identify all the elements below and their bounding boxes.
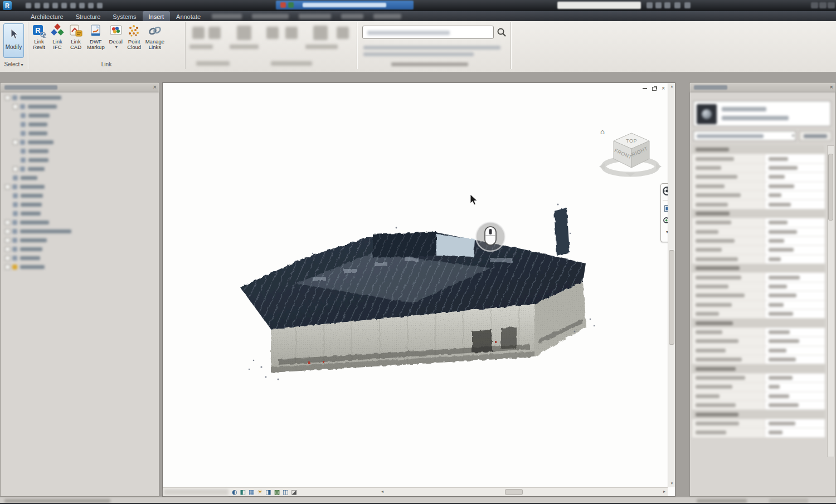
tree-item[interactable] (1, 182, 159, 191)
tree-item[interactable] (1, 218, 159, 227)
close-icon[interactable]: × (830, 84, 833, 90)
tree-item[interactable] (1, 209, 159, 218)
property-value-blurred[interactable] (769, 376, 793, 380)
property-row[interactable] (692, 273, 825, 282)
property-row[interactable] (692, 419, 825, 428)
property-row[interactable] (692, 173, 825, 182)
status-filter-blurred[interactable] (697, 499, 747, 503)
qat-icon[interactable] (26, 3, 31, 8)
maximize-window-button[interactable] (819, 2, 827, 8)
tree-item[interactable] (1, 200, 159, 209)
property-value-blurred[interactable] (769, 385, 780, 389)
infocenter-icon[interactable] (655, 2, 662, 8)
view-close-icon[interactable]: × (662, 86, 665, 91)
blurred-ribbon-icon[interactable] (285, 27, 298, 39)
view-control-icon[interactable]: ◪ (291, 488, 297, 497)
project-browser-header[interactable] (1, 83, 159, 92)
property-value-blurred[interactable] (769, 422, 795, 425)
close-window-button[interactable] (828, 2, 835, 8)
viewcube-top-label[interactable]: TOP (626, 138, 637, 144)
tree-expander-icon[interactable] (13, 104, 18, 109)
manage-links-button[interactable]: ManageLinks (144, 22, 166, 59)
view-scale-control-blurred[interactable] (164, 489, 229, 495)
link-revit-button[interactable]: R LinkRevit (31, 22, 47, 59)
blurred-ribbon-icon[interactable] (337, 27, 349, 39)
ribbon-tab-annotate[interactable]: Annotate (170, 11, 207, 21)
property-value-blurred[interactable] (769, 239, 784, 243)
view-selector-dropdown[interactable]: ▾ (693, 131, 796, 141)
blurred-ribbon-icon[interactable] (313, 26, 328, 40)
scrollbar-thumb[interactable] (669, 250, 674, 345)
select-panel-label[interactable]: Select▾ (0, 60, 27, 69)
property-value-blurred[interactable] (769, 230, 797, 234)
infocenter-search-input[interactable] (557, 2, 641, 9)
property-value-blurred[interactable] (769, 403, 799, 407)
seek-search-input[interactable] (362, 26, 494, 39)
property-row[interactable] (692, 282, 825, 291)
property-row[interactable] (692, 291, 825, 300)
property-value-blurred[interactable] (769, 175, 785, 179)
view-control-icon[interactable]: ▦ (249, 488, 254, 497)
tree-expander-icon[interactable] (5, 229, 10, 234)
link-ifc-button[interactable]: LinkIFC (49, 22, 66, 59)
tree-item[interactable] (1, 253, 159, 262)
property-value-blurred[interactable] (769, 276, 800, 280)
tree-expander-icon[interactable] (5, 220, 10, 225)
property-value-blurred[interactable] (769, 293, 796, 297)
tree-item[interactable] (1, 191, 159, 200)
property-value-blurred[interactable] (769, 303, 784, 307)
ribbon-tab-structure[interactable]: Structure (70, 11, 107, 21)
tree-item[interactable] (1, 164, 159, 173)
revit-app-logo[interactable]: R (3, 1, 12, 10)
tree-item[interactable] (1, 120, 159, 129)
type-selector[interactable] (693, 101, 831, 126)
blurred-ribbon-icon[interactable] (192, 27, 205, 39)
property-row[interactable] (692, 355, 825, 364)
property-row[interactable] (692, 428, 825, 437)
minimize-window-button[interactable] (811, 2, 818, 8)
ribbon-tab-blurred[interactable] (252, 14, 289, 19)
property-row[interactable] (692, 237, 825, 246)
tree-item[interactable] (1, 146, 159, 155)
property-value-blurred[interactable] (769, 358, 796, 361)
property-value-blurred[interactable] (769, 312, 793, 316)
tree-expander-icon[interactable] (5, 256, 10, 261)
tree-item[interactable] (1, 93, 159, 102)
qat-icon[interactable] (70, 3, 76, 8)
dwf-markup-button[interactable]: DWFMarkup (86, 22, 106, 59)
qat-icon[interactable] (61, 3, 67, 8)
point-cloud-button[interactable]: PointCloud (126, 22, 143, 59)
tree-item[interactable] (1, 262, 159, 271)
infocenter-icon[interactable] (664, 2, 670, 8)
tree-expander-icon[interactable] (5, 247, 10, 252)
infocenter-icon[interactable] (684, 2, 691, 8)
view-control-icon[interactable]: ☀ (257, 488, 263, 497)
infocenter-icon[interactable] (674, 2, 681, 8)
property-row[interactable] (692, 328, 825, 337)
qat-icon[interactable] (35, 3, 40, 8)
property-value-blurred[interactable] (769, 430, 782, 434)
property-row[interactable] (692, 301, 825, 310)
property-row[interactable] (692, 164, 825, 173)
home-icon[interactable]: ⌂ (600, 128, 605, 136)
qat-icon[interactable] (79, 3, 85, 8)
property-row[interactable] (692, 346, 825, 355)
scroll-left-icon[interactable]: ◂ (381, 489, 383, 494)
blurred-ribbon-icon[interactable] (266, 27, 279, 39)
property-row[interactable] (692, 182, 825, 191)
property-value-blurred[interactable] (769, 166, 798, 170)
view-restore-icon[interactable] (652, 87, 657, 91)
view-control-icon[interactable]: ◨ (265, 488, 271, 497)
property-row[interactable] (692, 383, 825, 392)
property-row[interactable] (692, 218, 825, 227)
ribbon-tab-architecture[interactable]: Architecture (25, 11, 70, 21)
scroll-down-icon[interactable]: ▾ (668, 480, 675, 487)
view-control-icon[interactable]: ▩ (274, 488, 280, 497)
ribbon-tab-blurred[interactable] (341, 14, 363, 19)
blurred-ribbon-icon[interactable] (237, 26, 251, 40)
property-value-blurred[interactable] (769, 394, 789, 398)
ribbon-tab-blurred[interactable] (299, 14, 331, 19)
ribbon-tab-insert[interactable]: Insert (143, 11, 171, 21)
property-row[interactable] (692, 246, 825, 255)
property-row[interactable] (692, 310, 825, 319)
